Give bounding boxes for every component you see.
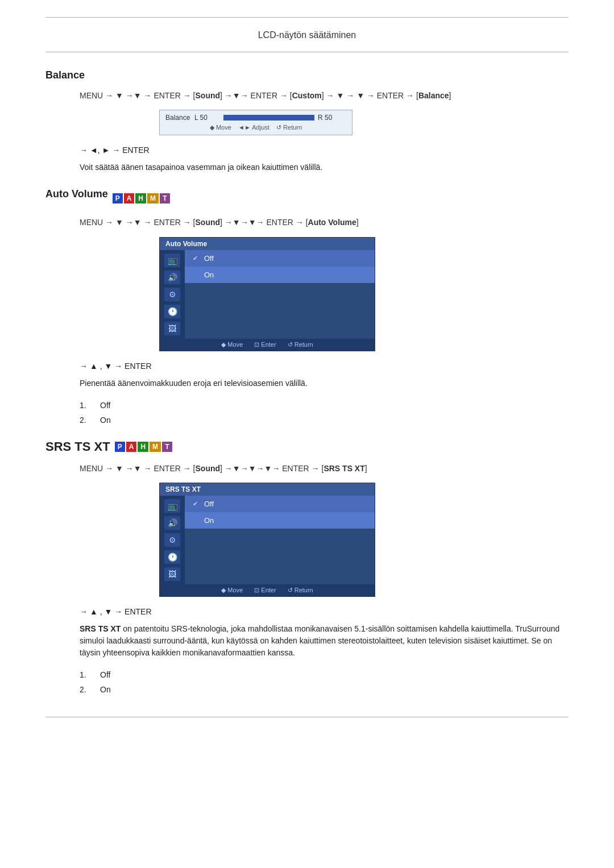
balance-section: Balance MENU → ▼ →▼ → ENTER → [Sound] →▼… bbox=[45, 69, 569, 173]
list-item: 2. On bbox=[80, 685, 569, 694]
badge-m: M bbox=[147, 193, 159, 203]
icon-speaker: 🔊 bbox=[164, 271, 180, 284]
badge-p: P bbox=[113, 193, 123, 203]
auto-volume-options: ✔ Off On bbox=[185, 250, 375, 339]
auto-volume-list: 1. Off 2. On bbox=[80, 401, 569, 425]
list-item: 2. On bbox=[80, 416, 569, 425]
srs-heading-row: SRS TS XT P A H M T bbox=[45, 439, 569, 454]
badge-h: H bbox=[138, 442, 148, 452]
icon-speaker: 🔊 bbox=[164, 516, 180, 530]
srs-menu-title: SRS TS XT bbox=[160, 483, 375, 496]
badge-h: H bbox=[135, 193, 146, 203]
balance-label: Balance bbox=[165, 114, 191, 122]
badge-p: P bbox=[115, 442, 125, 452]
auto-volume-menu-icons: 📺 🔊 ⚙ 🕐 🖼 bbox=[160, 250, 185, 339]
balance-nav-path: MENU → ▼ →▼ → ENTER → [Sound] →▼→ ENTER … bbox=[80, 89, 569, 102]
badge-m: M bbox=[150, 442, 161, 452]
icon-settings: ⚙ bbox=[164, 533, 180, 547]
balance-arrow-instruction: → ◄, ► → ENTER bbox=[80, 146, 569, 155]
balance-slider bbox=[223, 115, 314, 121]
auto-volume-option-off[interactable]: ✔ Off bbox=[185, 250, 375, 267]
srs-description: SRS TS XT on patentoitu SRS-teknologia, … bbox=[80, 623, 569, 659]
auto-volume-nav-path: MENU → ▼ →▼ → ENTER → [Sound] →▼→▼→ ENTE… bbox=[80, 216, 569, 229]
icon-tv: 📺 bbox=[164, 254, 180, 267]
balance-controls: ◆ Move ◄► Adjust ↺ Return bbox=[165, 124, 346, 131]
srs-arrow-instruction: → ▲ , ▼ → ENTER bbox=[80, 607, 569, 616]
auto-volume-option-on[interactable]: On bbox=[185, 267, 375, 283]
auto-volume-badges: P A H M T bbox=[113, 193, 170, 203]
list-item: 1. Off bbox=[80, 670, 569, 679]
auto-volume-menu-mockup: Auto Volume 📺 🔊 ⚙ 🕐 🖼 ✔ Off On bbox=[159, 237, 375, 351]
srs-description-text: on patentoitu SRS-teknologia, joka mahdo… bbox=[80, 624, 559, 657]
srs-list: 1. Off 2. On bbox=[80, 670, 569, 694]
page-title: LCD-näytön säätäminen bbox=[45, 23, 569, 52]
srs-options: ✔ Off On bbox=[185, 496, 375, 584]
srs-ts-xt-section: SRS TS XT P A H M T MENU → ▼ →▼ → ENTER … bbox=[45, 439, 569, 694]
icon-clock: 🕐 bbox=[164, 305, 180, 318]
balance-description: Voit säätää äänen tasapainoa vasemman ja… bbox=[80, 161, 569, 173]
auto-volume-heading-row: Auto Volume P A H M T bbox=[45, 188, 569, 208]
srs-option-on[interactable]: On bbox=[185, 512, 375, 529]
auto-volume-heading: Auto Volume bbox=[45, 188, 108, 200]
list-item: 1. Off bbox=[80, 401, 569, 410]
srs-description-bold: SRS TS XT bbox=[80, 624, 121, 633]
auto-volume-description: Pienentää äänenvoimakkuuden eroja eri te… bbox=[80, 377, 569, 389]
badge-t: T bbox=[162, 442, 172, 452]
srs-heading: SRS TS XT bbox=[45, 439, 110, 454]
srs-menu-mockup: SRS TS XT 📺 🔊 ⚙ 🕐 🖼 ✔ Off On bbox=[159, 483, 375, 597]
bottom-rule bbox=[45, 717, 569, 717]
srs-menu-controls: ◆ Move ⊡ Enter ↺ Return bbox=[160, 584, 375, 596]
auto-volume-menu-controls: ◆ Move ⊡ Enter ↺ Return bbox=[160, 339, 375, 351]
srs-nav-path: MENU → ▼ →▼ → ENTER → [Sound] →▼→▼→▼→ EN… bbox=[80, 462, 569, 475]
auto-volume-section: Auto Volume P A H M T MENU → ▼ →▼ → ENTE… bbox=[45, 188, 569, 424]
balance-mockup: Balance L 50 R 50 ◆ Move ◄► Adjust ↺ Ret… bbox=[159, 110, 352, 135]
icon-clock: 🕐 bbox=[164, 550, 180, 564]
srs-option-off[interactable]: ✔ Off bbox=[185, 496, 375, 512]
balance-heading: Balance bbox=[45, 69, 569, 81]
srs-badges: P A H M T bbox=[115, 442, 172, 452]
badge-a: A bbox=[124, 193, 135, 203]
auto-volume-menu-title: Auto Volume bbox=[160, 238, 375, 250]
icon-picture: 🖼 bbox=[164, 567, 180, 581]
icon-tv: 📺 bbox=[164, 499, 180, 513]
auto-volume-arrow-instruction: → ▲ , ▼ → ENTER bbox=[80, 362, 569, 371]
icon-picture: 🖼 bbox=[164, 322, 180, 335]
icon-settings: ⚙ bbox=[164, 288, 180, 301]
badge-a: A bbox=[126, 442, 137, 452]
srs-menu-icons: 📺 🔊 ⚙ 🕐 🖼 bbox=[160, 496, 185, 584]
top-rule bbox=[45, 17, 569, 18]
badge-t: T bbox=[160, 193, 170, 203]
